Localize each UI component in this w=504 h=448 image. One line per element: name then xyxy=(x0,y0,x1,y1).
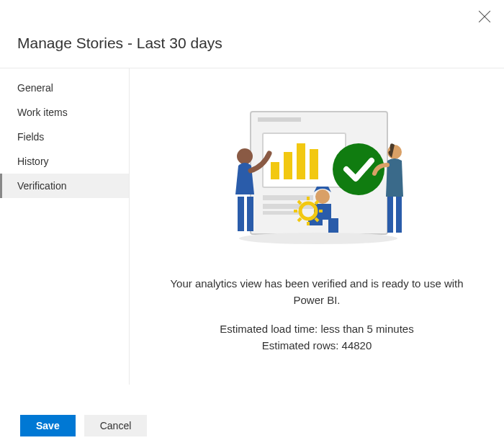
estimated-stats: Estimated load time: less than 5 minutes… xyxy=(158,321,475,354)
sidebar-item-history[interactable]: History xyxy=(0,149,129,174)
svg-rect-8 xyxy=(310,149,318,179)
svg-line-27 xyxy=(315,201,318,204)
dialog-footer: Save Cancel xyxy=(20,415,147,436)
svg-rect-31 xyxy=(396,197,402,233)
svg-point-32 xyxy=(239,233,397,244)
estimated-load-time: Estimated load time: less than 5 minutes xyxy=(158,321,475,338)
sidebar-item-fields[interactable]: Fields xyxy=(0,125,129,149)
sidebar: General Work items Fields History Verifi… xyxy=(0,68,130,385)
verification-illustration xyxy=(223,104,410,248)
sidebar-item-general[interactable]: General xyxy=(0,76,129,100)
svg-point-13 xyxy=(237,148,253,164)
svg-line-26 xyxy=(315,218,318,221)
verification-message-block: Your analytics view has been verified an… xyxy=(158,276,475,354)
dialog-title: Manage Stories - Last 30 days xyxy=(0,0,504,68)
svg-rect-9 xyxy=(263,195,313,200)
svg-rect-30 xyxy=(387,197,393,233)
main-panel: Your analytics view has been verified an… xyxy=(130,68,504,385)
save-button[interactable]: Save xyxy=(20,415,76,436)
cancel-button[interactable]: Cancel xyxy=(84,415,148,436)
svg-rect-15 xyxy=(247,197,253,231)
svg-rect-7 xyxy=(297,143,305,179)
svg-rect-5 xyxy=(271,162,279,179)
svg-line-28 xyxy=(298,218,301,221)
dialog-body: General Work items Fields History Verifi… xyxy=(0,68,504,385)
svg-rect-11 xyxy=(263,211,299,215)
svg-rect-3 xyxy=(258,117,301,122)
sidebar-item-work-items[interactable]: Work items xyxy=(0,100,129,125)
verification-message: Your analytics view has been verified an… xyxy=(158,276,475,308)
svg-rect-14 xyxy=(238,197,244,231)
svg-rect-19 xyxy=(328,218,338,233)
svg-line-25 xyxy=(298,201,301,204)
sidebar-item-verification[interactable]: Verification xyxy=(0,174,129,198)
estimated-rows: Estimated rows: 44820 xyxy=(158,338,475,354)
svg-rect-6 xyxy=(284,152,292,179)
close-icon[interactable] xyxy=(478,10,491,23)
